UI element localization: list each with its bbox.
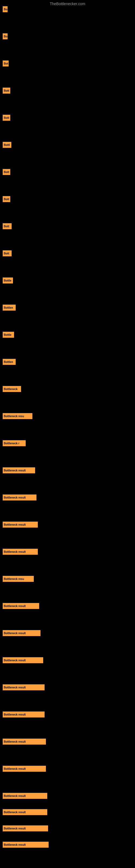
bar-label: Bott bbox=[3, 88, 10, 94]
bar-label: Bott bbox=[3, 250, 12, 256]
bar-row: Bo bbox=[3, 33, 8, 40]
bar-row: Bottleneck result bbox=[3, 521, 38, 528]
bar-row: Bott bbox=[3, 250, 12, 257]
bar-row: Bottleneck result bbox=[3, 684, 45, 691]
bar-label: Bottleneck result bbox=[3, 684, 45, 690]
bar-row: Bottlen bbox=[3, 304, 16, 311]
bar-label: Bottleneck result bbox=[3, 766, 46, 772]
bar-row: Bot bbox=[3, 60, 9, 67]
bar-label: Bottleneck result bbox=[3, 495, 37, 500]
bar-row: Bottleneck result bbox=[3, 656, 43, 664]
bar-row: Bottleneck result bbox=[3, 841, 49, 848]
bar-label: Bo bbox=[3, 33, 8, 39]
bar-row: Bottle bbox=[3, 331, 14, 339]
bar-row: Bottleneck result bbox=[3, 467, 35, 474]
bar-row: Bottleneck result bbox=[3, 738, 46, 745]
bar-row: Bottleneck result bbox=[3, 792, 47, 800]
bar-label: Bott bbox=[3, 115, 10, 121]
bar-label: Bottleneck resu bbox=[3, 576, 34, 582]
bar-label: Bottleneck result bbox=[3, 712, 45, 717]
bar-label: Bottle bbox=[3, 278, 13, 283]
bar-row: Bo bbox=[3, 5, 8, 13]
bar-row: Bott bbox=[3, 222, 12, 230]
bar-row: Bottle bbox=[3, 277, 13, 284]
bar-label: Bottlen bbox=[3, 305, 16, 311]
bar-label: Bottl bbox=[3, 142, 11, 148]
bar-row: Bottleneck r bbox=[3, 439, 26, 447]
bar-row: Bottl bbox=[3, 141, 11, 149]
bar-label: Bottleneck result bbox=[3, 809, 47, 815]
bar-row: Bottleneck result bbox=[3, 711, 45, 718]
bar-label: Bottlen bbox=[3, 359, 16, 365]
bar-label: Bottleneck result bbox=[3, 826, 48, 831]
bar-label: Bott bbox=[3, 196, 10, 202]
bar-row: Bottleneck result bbox=[3, 765, 46, 773]
bar-row: Bott bbox=[3, 87, 10, 94]
bar-label: Bottleneck resu bbox=[3, 413, 32, 419]
site-title: TheBottlenecker.com bbox=[0, 0, 135, 8]
bar-label: Bottleneck result bbox=[3, 657, 43, 663]
bar-row: Bottleneck resu bbox=[3, 575, 34, 583]
bar-label: Bottleneck result bbox=[3, 793, 47, 799]
bar-label: Bottleneck result bbox=[3, 549, 38, 555]
bar-row: Bottleneck result bbox=[3, 548, 38, 556]
bar-label: Bottleneck bbox=[3, 386, 21, 392]
bar-row: Bottleneck result bbox=[3, 825, 48, 832]
bar-label: Bottleneck result bbox=[3, 739, 46, 745]
bar-row: Bottleneck result bbox=[3, 629, 41, 637]
bar-label: Bott bbox=[3, 169, 10, 175]
bar-label: Bottleneck result bbox=[3, 467, 35, 473]
bar-label: Bottleneck result bbox=[3, 522, 38, 528]
bar-row: Bott bbox=[3, 168, 10, 176]
bar-label: Bot bbox=[3, 61, 9, 66]
bar-label: Bottle bbox=[3, 332, 14, 338]
bar-row: Bottleneck result bbox=[3, 602, 39, 610]
bar-row: Bottleneck result bbox=[3, 494, 37, 501]
bar-label: Bottleneck result bbox=[3, 603, 39, 609]
page-wrapper: TheBottlenecker.com BoBoBotBottBottBottl… bbox=[0, 0, 135, 868]
bar-row: Bott bbox=[3, 195, 10, 203]
bar-row: Bottlen bbox=[3, 358, 16, 366]
bar-label: Bottleneck result bbox=[3, 630, 41, 636]
bar-label: Bottleneck result bbox=[3, 842, 49, 848]
bar-row: Bottleneck bbox=[3, 385, 21, 393]
bar-label: Bott bbox=[3, 223, 12, 229]
bar-row: Bott bbox=[3, 114, 10, 122]
bar-label: Bottleneck r bbox=[3, 440, 26, 446]
bar-label: Bo bbox=[3, 6, 8, 12]
bar-row: Bottleneck resu bbox=[3, 412, 32, 420]
bar-row: Bottleneck result bbox=[3, 808, 47, 816]
